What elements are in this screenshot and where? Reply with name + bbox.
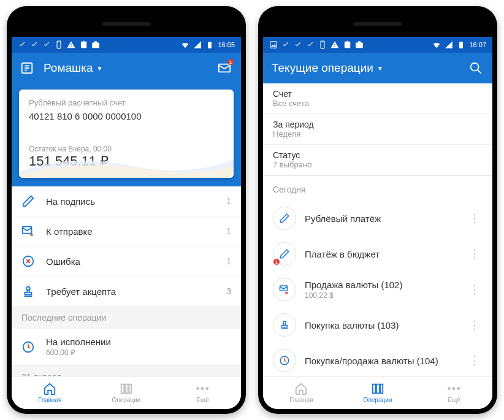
warning-icon [67, 40, 75, 49]
op-row[interactable]: Продажа валюты (102) 100,22 $ ⋮ [263, 272, 492, 307]
filter-status[interactable]: Статус 7 выбрано [263, 145, 492, 176]
row-label: На подпись [46, 196, 226, 207]
row-count: 1 [226, 226, 231, 236]
row-label: Требует акцепта [46, 286, 226, 297]
company-icon[interactable] [20, 61, 34, 75]
svg-point-17 [471, 63, 479, 71]
card-balance-label: Остаток на Вчера, 00:00 [29, 145, 224, 153]
svg-rect-13 [129, 384, 132, 394]
nav-label: Главная [289, 397, 313, 403]
op-row[interactable]: Рублёвый платёж ⋮ [263, 200, 492, 236]
svg-rect-1 [208, 42, 212, 48]
content: Счет Все счета За период Неделя Статус 7… [263, 83, 492, 376]
check-icon [306, 40, 315, 49]
pencil-icon [21, 194, 35, 208]
row-label: На исполнении [46, 337, 231, 347]
phone-left: 16:05 Ромашка ▼ 1 Рублёвый расчетный сче… [7, 6, 246, 414]
statusbar: 16:07 [263, 37, 492, 53]
briefcase-icon [355, 40, 364, 49]
nav-home[interactable]: Главная [12, 376, 88, 409]
search-button[interactable] [468, 60, 484, 76]
image-icon [269, 40, 278, 49]
row-count: 1 [226, 256, 231, 266]
filter-label: За период [273, 120, 483, 129]
op-badge: 1 [272, 258, 281, 266]
nav-label: Операции [364, 397, 392, 403]
svg-rect-24 [376, 384, 380, 394]
recent-op-row[interactable]: На исполнении 600,00 ₽ [12, 329, 241, 365]
mail-send-icon [21, 224, 35, 238]
warning-icon [330, 40, 339, 49]
op-row[interactable]: Покупка/продажа валюты (104) ⋮ [263, 343, 492, 376]
battery-icon [457, 40, 465, 49]
signal-icon [193, 40, 202, 49]
appbar: Текущие операции ▼ [263, 53, 492, 83]
svg-rect-23 [373, 384, 376, 394]
screen-right: 16:07 Текущие операции ▼ Счет Все счета … [263, 37, 492, 409]
ops-section-today: Сегодня [263, 176, 492, 200]
card-number: 40121 810 6 0000 0000100 [29, 111, 224, 121]
row-sign[interactable]: На подпись 1 [12, 186, 241, 216]
appbar: Ромашка ▼ 1 [12, 53, 241, 83]
wifi-icon [181, 40, 189, 49]
svg-rect-25 [381, 384, 383, 394]
row-accept[interactable]: Требует акцепта 3 [12, 277, 241, 307]
signal-icon [445, 40, 453, 49]
pencil-icon [273, 207, 296, 230]
svg-line-18 [478, 70, 481, 74]
card-label: Рублёвый расчетный счет [29, 98, 224, 107]
nav-more[interactable]: ••• Ещё [416, 376, 492, 409]
phone-right: 16:07 Текущие операции ▼ Счет Все счета … [258, 6, 497, 414]
nav-operations[interactable]: Операции [340, 376, 416, 409]
date-header: 31 января [12, 365, 241, 376]
op-row[interactable]: Покупка валюты (103) ⋮ [263, 307, 492, 343]
card-balance: 151 545,11 ₽ [29, 153, 224, 169]
appbar-title-dropdown[interactable]: Текущие операции ▼ [272, 61, 468, 75]
screen-left: 16:05 Ромашка ▼ 1 Рублёвый расчетный сче… [12, 37, 241, 409]
statusbar-time: 16:07 [469, 41, 486, 48]
svg-rect-15 [321, 41, 324, 48]
row-send[interactable]: К отправке 1 [12, 216, 241, 246]
op-row[interactable]: 1 Платёж в бюджет ⋮ [263, 236, 492, 272]
op-more-button[interactable]: ⋮ [467, 318, 483, 332]
bottomnav: Главная Операции ••• Ещё [12, 376, 241, 409]
nav-operations[interactable]: Операции [88, 376, 165, 409]
row-count: 3 [226, 286, 231, 296]
nav-home[interactable]: Главная [263, 376, 340, 409]
appbar-title-text: Ромашка [44, 61, 93, 75]
stamp-icon [273, 313, 296, 337]
more-icon: ••• [448, 382, 461, 395]
nav-more[interactable]: ••• Ещё [164, 376, 241, 409]
op-more-button[interactable]: ⋮ [467, 283, 483, 296]
op-more-button[interactable]: ⋮ [467, 247, 483, 261]
check-icon [281, 40, 290, 49]
filter-account[interactable]: Счет Все счета [263, 83, 492, 114]
stamp-icon [21, 284, 35, 298]
mail-button[interactable]: 1 [216, 60, 232, 76]
appbar-title-dropdown[interactable]: Ромашка ▼ [44, 61, 216, 75]
row-label: Ошибка [46, 256, 226, 267]
chevron-down-icon: ▼ [377, 65, 383, 72]
row-error[interactable]: Ошибка 1 [12, 246, 241, 277]
nav-label: Операции [112, 397, 141, 403]
appbar-title-text: Текущие операции [272, 61, 373, 75]
clock-icon [273, 349, 296, 372]
clipboard-icon [79, 40, 88, 49]
op-title: Платёж в бюджет [305, 249, 467, 259]
svg-rect-14 [270, 42, 277, 48]
row-count: 1 [226, 196, 231, 206]
filter-value: Все счета [273, 99, 483, 108]
content: Рублёвый расчетный счет 40121 810 6 0000… [12, 83, 241, 376]
bottomnav: Главная Операции ••• Ещё [263, 376, 492, 409]
account-card[interactable]: Рублёвый расчетный счет 40121 810 6 0000… [19, 90, 234, 178]
op-more-button[interactable]: ⋮ [467, 354, 483, 367]
op-more-button[interactable]: ⋮ [467, 212, 483, 225]
svg-point-9 [26, 287, 30, 291]
filter-period[interactable]: За период Неделя [263, 114, 492, 145]
more-icon: ••• [196, 382, 210, 395]
pencil-icon: 1 [273, 242, 296, 265]
filter-label: Статус [273, 150, 483, 160]
svg-rect-12 [125, 384, 128, 394]
op-subtitle: 100,22 $ [305, 291, 467, 300]
nav-label: Ещё [448, 397, 460, 403]
